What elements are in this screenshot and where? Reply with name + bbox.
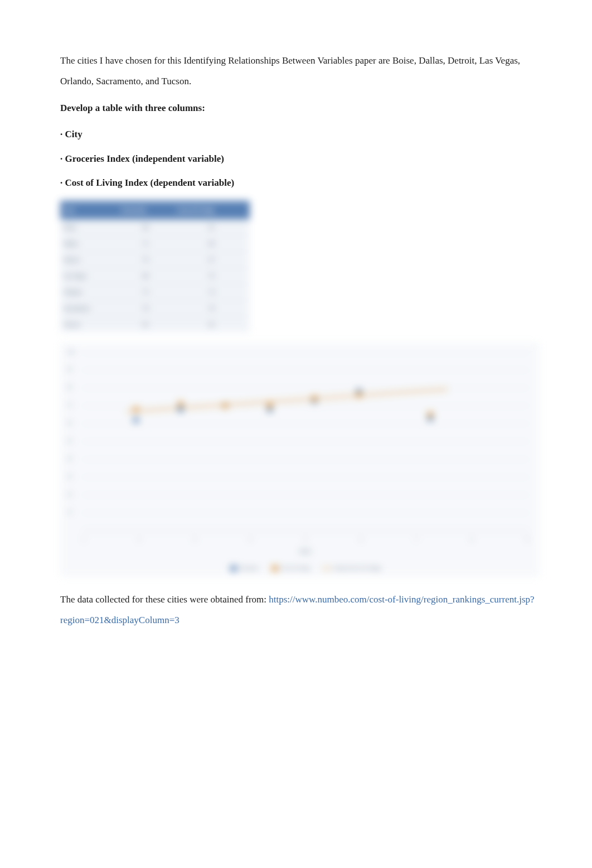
bullet-groceries: · Groceries Index (independent variable) (60, 148, 536, 169)
table-row: Tucson6563 (60, 316, 250, 332)
cell: Orlando (60, 284, 118, 300)
section-heading: Develop a table with three columns: (60, 98, 536, 118)
chart-xticks: 123456789 (83, 534, 528, 546)
source-paragraph: The data collected for these cities were… (60, 589, 536, 631)
cell: 67 (173, 252, 250, 268)
chart-image: 100 90 80 70 60 50 40 30 20 10 123456789… (60, 343, 540, 577)
cell: 68 (118, 219, 173, 235)
chart-xlabel: Index (83, 546, 528, 557)
intro-paragraph: The cities I have chosen for this Identi… (60, 50, 536, 92)
cell: Detroit (60, 252, 118, 268)
cell: 73 (118, 284, 173, 300)
cell: 68 (173, 235, 250, 252)
cell: 68 (118, 268, 173, 284)
chart-legend: Groceries Cost of Living Linear (Cost of… (83, 563, 528, 574)
cell: 76 (118, 300, 173, 316)
table-row: Orlando7374 (60, 284, 250, 300)
cell: 71 (118, 235, 173, 252)
table-row: Detroit7067 (60, 252, 250, 268)
bullet-city: · City (60, 124, 536, 144)
table-row: Boise6862 (60, 219, 250, 235)
cell: Boise (60, 219, 118, 235)
cell: 74 (173, 284, 250, 300)
cell: Sacramento (60, 300, 118, 316)
chart-plot-area: 100 90 80 70 60 50 40 30 20 10 (83, 353, 528, 531)
cell: 70 (118, 252, 173, 268)
source-prefix: The data collected for these cities were… (60, 594, 269, 605)
cell: 70 (173, 268, 250, 284)
cell: 62 (173, 219, 250, 235)
table-header-city: City (60, 201, 118, 219)
cell: 65 (118, 316, 173, 332)
table-row: Las Vegas6870 (60, 268, 250, 284)
bullet-cost-of-living: · Cost of Living Index (dependent variab… (60, 172, 536, 193)
table-header-groceries: Groceries (118, 201, 173, 219)
data-table: City Groceries Cost of Living Boise6862 … (60, 201, 250, 332)
cell: Las Vegas (60, 268, 118, 284)
cell: Dallas (60, 235, 118, 252)
table-row: Sacramento7678 (60, 300, 250, 316)
cell: Tucson (60, 316, 118, 332)
table-row: Dallas7168 (60, 235, 250, 252)
table-header-col: Cost of Living (173, 201, 250, 219)
trend-line (127, 389, 448, 412)
cell: 63 (173, 316, 250, 332)
cell: 78 (173, 300, 250, 316)
